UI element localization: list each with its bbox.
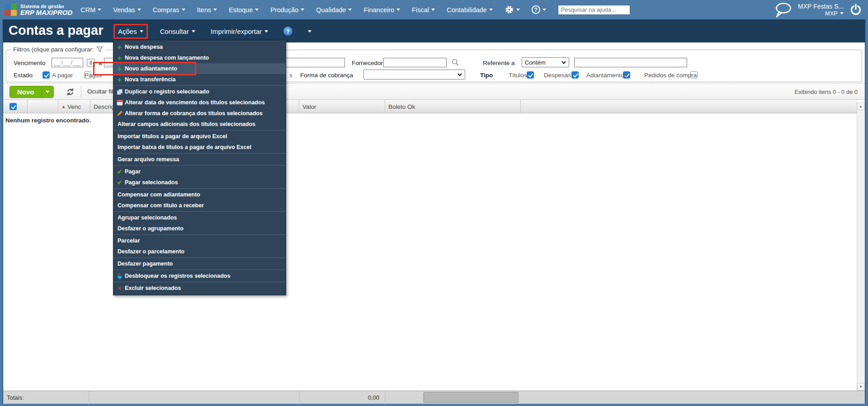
nav-menu-producao[interactable]: Produção xyxy=(270,6,304,14)
plus-icon xyxy=(116,44,123,51)
menu-item-novo-adiantamento[interactable]: Novo adiantamento xyxy=(113,63,286,74)
check-icon xyxy=(116,168,123,175)
menu-item-duplicar-registro[interactable]: Duplicar o registro selecionado xyxy=(113,86,286,97)
menu-item-excluir-selecionados[interactable]: Excluir selecionados xyxy=(113,283,286,294)
venc-column-header[interactable]: ▲ Venc xyxy=(58,100,90,113)
consultar-menu-button[interactable]: Consultar xyxy=(157,25,198,37)
plus-icon xyxy=(116,65,123,72)
power-button-icon[interactable] xyxy=(849,3,863,17)
menu-item-importar-baixa[interactable]: Importar baixa de títulos a pagar de arq… xyxy=(113,142,286,153)
titulos-label: Títulos xyxy=(509,72,527,79)
page-help-button[interactable]: ? xyxy=(280,24,296,38)
help-menu[interactable]: ? xyxy=(532,5,546,14)
menu-item-nova-despesa[interactable]: Nova despesa xyxy=(113,42,286,52)
boleto-ok-column-header[interactable]: Boleto Ok xyxy=(385,100,521,113)
menu-item-desfazer-pagamento[interactable]: Desfazer pagamento xyxy=(113,258,286,269)
help-dropdown-button[interactable] xyxy=(305,28,315,35)
search-icon[interactable] xyxy=(451,58,459,66)
nav-menu-contabilidade[interactable]: Contabilidade xyxy=(447,6,493,14)
menu-item-alterar-data-vencimento[interactable]: Alterar data de vencimento dos títulos s… xyxy=(113,97,286,108)
nav-menu-estoque[interactable]: Estoque xyxy=(229,6,259,14)
menu-item-compensar-adiantamento[interactable]: Compensar com adiantamento xyxy=(113,189,286,200)
vertical-scrollbar[interactable]: ▲ ▼ xyxy=(857,103,864,391)
date-range-separator: a xyxy=(99,60,102,66)
chevron-down-icon xyxy=(542,9,546,11)
chevron-down-icon xyxy=(192,30,195,33)
chevron-down-icon xyxy=(182,9,185,11)
select-all-checkbox[interactable] xyxy=(9,103,17,110)
menu-item-desfazer-parcelamento[interactable]: Desfazer o parcelamento xyxy=(113,246,286,257)
account-info[interactable]: MXP Festas S... MXP xyxy=(798,3,844,17)
horizontal-scrollbar-thumb[interactable] xyxy=(424,392,519,403)
chevron-down-icon xyxy=(46,91,49,93)
filters-legend[interactable]: Filtros (clique para configurar: xyxy=(11,46,105,53)
icons-column-header[interactable] xyxy=(28,100,58,113)
acoes-dropdown-menu: Nova despesa Nova despesa com lançamento… xyxy=(113,40,286,295)
nav-menu-fiscal[interactable]: Fiscal xyxy=(412,6,435,14)
help-icon: ? xyxy=(283,27,292,36)
nav-menu-vendas[interactable]: Vendas xyxy=(113,6,141,14)
menu-item-nova-despesa-com-lancamento[interactable]: Nova despesa com lançamento xyxy=(113,52,286,63)
fornecedor-input[interactable] xyxy=(383,58,447,67)
nav-menu-crm[interactable]: CRM xyxy=(80,6,101,14)
settings-menu[interactable] xyxy=(505,5,520,14)
sort-asc-icon: ▲ xyxy=(61,104,66,109)
hidden-label-fragment: s xyxy=(289,72,292,79)
menu-separator xyxy=(113,85,286,86)
adiantamentos-label: Adiantamentos xyxy=(586,72,627,79)
referente-value-input[interactable] xyxy=(574,58,687,67)
chevron-down-icon xyxy=(431,9,435,11)
nav-menu-compras[interactable]: Compras xyxy=(153,6,185,14)
chevron-down-icon xyxy=(137,9,141,11)
checkbox-a-pagar[interactable] xyxy=(42,71,50,79)
checkbox-titulos[interactable] xyxy=(527,71,534,79)
chevron-down-icon xyxy=(264,30,268,33)
chevron-down-icon xyxy=(489,9,493,11)
menu-separator xyxy=(113,234,286,235)
menu-item-gerar-arquivo-remessa[interactable]: Gerar arquivo remessa xyxy=(113,154,286,165)
nav-menu-financeiro[interactable]: Financeiro xyxy=(363,6,400,14)
forma-cobranca-select[interactable] xyxy=(363,70,465,79)
chevron-down-icon xyxy=(458,73,462,76)
menu-item-pagar[interactable]: Pagar xyxy=(113,166,286,177)
app-logo: Sistema de gestão ERP MAXIPROD xyxy=(5,4,72,16)
novo-dropdown-button[interactable] xyxy=(42,86,53,98)
menu-separator xyxy=(113,211,286,212)
vencimento-from-input[interactable] xyxy=(52,58,83,67)
referente-operator-select[interactable]: Contém xyxy=(522,57,569,67)
menu-separator xyxy=(113,153,286,154)
menu-item-pagar-selecionados[interactable]: Pagar selecionados xyxy=(113,177,286,188)
menu-item-compensar-titulo-receber[interactable]: Compensar com título a receber xyxy=(113,200,286,211)
scroll-up-button[interactable]: ▲ xyxy=(857,103,864,110)
menu-item-desfazer-agrupamento[interactable]: Desfazer o agrupamento xyxy=(113,223,286,234)
imprimir-exportar-menu-button[interactable]: Imprimir/exportar xyxy=(208,25,271,37)
help-icon: ? xyxy=(532,5,540,14)
nav-menu-itens[interactable]: Itens xyxy=(197,6,217,14)
menu-item-importar-titulos[interactable]: Importar títulos a pagar de arquivo Exce… xyxy=(113,131,286,142)
totals-row: Totais: 0,00 xyxy=(3,391,865,404)
menu-item-alterar-campos-adicionais[interactable]: Alterar campos adicionais dos títulos se… xyxy=(113,119,286,130)
menu-item-agrupar-selecionados[interactable]: Agrupar selecionados xyxy=(113,212,286,223)
menu-item-nova-transferencia[interactable]: Nova transferência xyxy=(113,74,286,85)
help-search-input[interactable] xyxy=(558,5,630,15)
novo-button[interactable]: Novo xyxy=(9,86,54,98)
chevron-down-icon xyxy=(255,9,259,11)
pencil-icon xyxy=(116,110,123,117)
gear-icon xyxy=(505,5,514,14)
menu-item-parcelar[interactable]: Parcelar xyxy=(113,235,286,246)
menu-item-desbloquear-registros[interactable]: Desbloquear os registros selecionados xyxy=(113,271,286,281)
calendar-picker-button[interactable]: 8 xyxy=(87,59,95,67)
refresh-icon[interactable] xyxy=(66,87,75,97)
menu-item-alterar-forma-cobranca[interactable]: Alterar forma de cobrança dos títulos se… xyxy=(113,108,286,119)
scroll-down-button[interactable]: ▼ xyxy=(857,383,864,391)
acoes-menu-button[interactable]: Ações xyxy=(113,24,148,39)
nav-menu-qualidade[interactable]: Qualidade xyxy=(316,6,352,14)
select-all-column xyxy=(3,100,28,113)
chat-bubble-icon[interactable] xyxy=(774,2,793,18)
chevron-down-icon xyxy=(516,9,520,11)
account-name: MXP Festas S... xyxy=(798,3,844,10)
checkbox-despesas[interactable] xyxy=(571,71,579,79)
chevron-down-icon xyxy=(561,61,566,64)
check-icon xyxy=(116,179,123,186)
valor-column-header[interactable]: Valor xyxy=(299,100,385,113)
